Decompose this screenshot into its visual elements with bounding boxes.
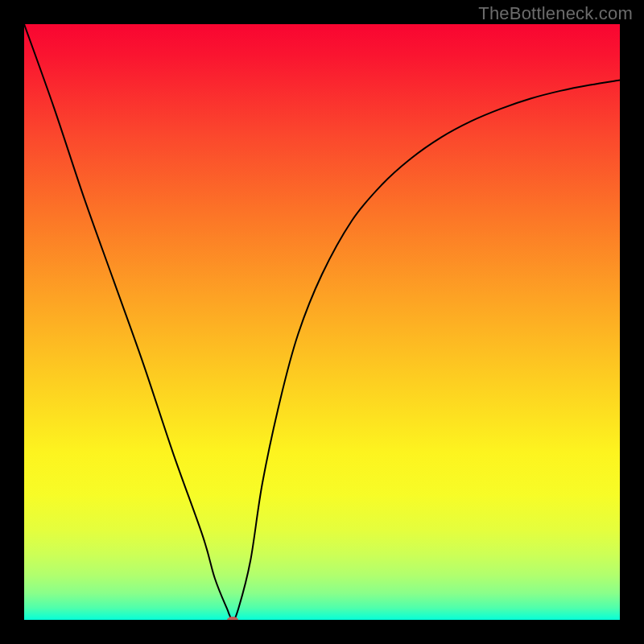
chart-frame: TheBottleneck.com [0,0,644,644]
watermark-text: TheBottleneck.com [478,3,633,24]
bottleneck-chart [24,24,620,620]
gradient-background [24,24,620,620]
plot-area [24,24,620,620]
